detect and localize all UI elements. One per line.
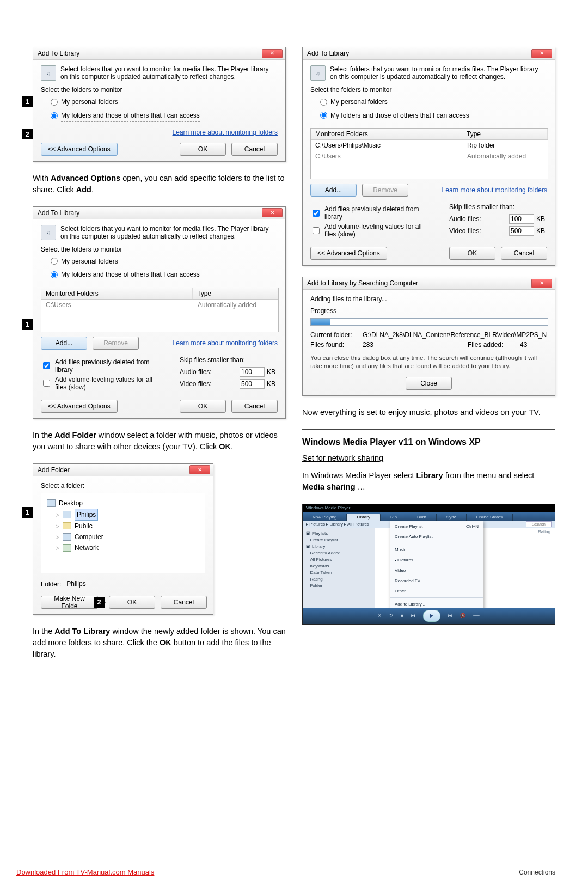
add-button[interactable]: Add...	[310, 184, 357, 197]
remove-button[interactable]: Remove	[362, 184, 408, 197]
monitored-folders-table: Monitored FoldersType C:\UsersAutomatica…	[41, 288, 279, 332]
col-monitored: Monitored Folders	[41, 288, 193, 299]
sidebar-item[interactable]: Folder	[306, 583, 371, 589]
radio-all[interactable]: My folders and those of others that I ca…	[51, 268, 278, 280]
expand-icon[interactable]: ▷	[56, 509, 59, 520]
chk-prev-deleted[interactable]: Add files previously deleted from librar…	[310, 205, 433, 221]
callout-1: 1	[22, 507, 33, 518]
paragraph-1: With Advanced Options open, you can add …	[33, 173, 286, 195]
audio-size-input[interactable]	[509, 214, 534, 224]
advanced-options-button[interactable]: << Advanced Options	[41, 143, 118, 156]
computer-icon	[63, 533, 71, 541]
window-title: Add To Library	[38, 50, 79, 57]
sidebar-item[interactable]: Rating	[306, 576, 371, 583]
close-icon[interactable]: ✕	[531, 49, 552, 58]
sidebar-item[interactable]: ▣ Library	[306, 543, 371, 550]
sidebar-item[interactable]: Recently Added	[306, 550, 371, 557]
col-type: Type	[193, 288, 278, 299]
cancel-button[interactable]: Cancel	[161, 596, 207, 609]
radio-personal[interactable]: My personal folders	[320, 96, 547, 108]
tab-now-playing[interactable]: Now Playing	[303, 514, 347, 521]
dialog-search-library: Add to Library by Searching Computer✕ Ad…	[302, 277, 555, 396]
learn-more-link[interactable]: Learn more about monitoring folders	[442, 186, 547, 194]
make-new-folder-button[interactable]: Make New Folde	[41, 596, 98, 609]
menu-music[interactable]: Music	[390, 545, 483, 555]
progress-bar	[310, 318, 548, 326]
search-input[interactable]: Search	[526, 521, 552, 527]
paragraph-5: In Windows Media Player select Library f…	[302, 470, 555, 493]
cancel-button[interactable]: Cancel	[231, 143, 278, 156]
folder-field[interactable]: Philips	[66, 580, 205, 589]
menu-pictures[interactable]: • Pictures	[390, 555, 483, 565]
menu-other[interactable]: Other	[390, 586, 483, 596]
close-icon[interactable]: ✕	[262, 208, 283, 217]
menu-video[interactable]: Video	[390, 565, 483, 576]
ok-button[interactable]: OK	[449, 247, 495, 260]
advanced-options-button[interactable]: << Advanced Options	[41, 400, 118, 413]
close-button[interactable]: Close	[406, 377, 452, 390]
learn-more-link[interactable]: Learn more about monitoring folders	[173, 339, 278, 347]
sidebar-item[interactable]: Create Playlist	[306, 537, 371, 543]
video-size-input[interactable]	[509, 226, 534, 236]
radio-all[interactable]: My folders and those of others that I ca…	[320, 109, 547, 121]
stop-icon[interactable]: ■	[401, 613, 403, 618]
radio-all[interactable]: My folders and those of others that I ca…	[51, 109, 278, 122]
sidebar-item[interactable]: Date Taken	[306, 570, 371, 576]
callout-1: 1	[22, 96, 33, 107]
folder-tree[interactable]: Desktop ▷Philips ▷Public ▷Computer ▷Netw…	[41, 493, 205, 573]
video-size-input[interactable]	[240, 379, 265, 389]
menu-rectv[interactable]: Recorded TV	[390, 576, 483, 586]
cancel-button[interactable]: Cancel	[501, 247, 547, 260]
cancel-button[interactable]: Cancel	[231, 400, 278, 413]
intro-text: Select folders that you want to monitor …	[60, 65, 278, 81]
ok-button[interactable]: OK	[180, 143, 226, 156]
repeat-icon[interactable]: ↻	[389, 613, 393, 618]
wmp-sidebar: ▣ Playlists Create Playlist ▣ Library Re…	[303, 528, 375, 615]
paragraph-4: Now everything is set to enjoy music, ph…	[302, 407, 555, 418]
audio-size-input[interactable]	[240, 367, 265, 377]
ok-button[interactable]: OK	[109, 596, 155, 609]
expand-icon[interactable]: ▷	[56, 542, 59, 553]
chk-prev-deleted[interactable]: Add files previously deleted from librar…	[41, 358, 163, 374]
tab-sync[interactable]: Sync	[437, 514, 467, 521]
shuffle-icon[interactable]: ⤨	[378, 613, 382, 618]
menu-create-auto[interactable]: Create Auto Playlist	[390, 531, 483, 542]
mute-icon[interactable]: 🔇	[460, 613, 465, 618]
callout-2: 2	[22, 129, 33, 139]
sidebar-item[interactable]: All Pictures	[306, 557, 371, 563]
expand-icon[interactable]: ▷	[56, 531, 59, 542]
tab-rip[interactable]: Rip	[381, 514, 407, 521]
paragraph-2: In the Add Folder window select a folder…	[33, 430, 286, 453]
close-icon[interactable]: ✕	[189, 465, 210, 474]
ok-button[interactable]: OK	[180, 400, 226, 413]
close-icon[interactable]: ✕	[531, 279, 552, 288]
tab-burn[interactable]: Burn	[407, 514, 437, 521]
advanced-options-button[interactable]: << Advanced Options	[310, 247, 387, 260]
breadcrumb[interactable]: ▸ Pictures ▸ Library ▸ All Pictures	[306, 522, 369, 527]
close-icon[interactable]: ✕	[262, 49, 283, 58]
dialog-add-to-library-2: Add To Library✕ ♫Select folders that you…	[33, 206, 286, 419]
next-icon[interactable]: ⏭	[448, 613, 452, 618]
chk-volume-level[interactable]: Add volume-leveling values for all files…	[310, 223, 433, 238]
wmp-title: Windows Media Player	[306, 505, 350, 510]
play-icon[interactable]: ▶	[423, 610, 440, 622]
callout-1: 1	[22, 319, 33, 330]
chk-volume-level[interactable]: Add volume-leveling values for all files…	[41, 376, 163, 391]
expand-icon[interactable]: ▷	[56, 521, 59, 531]
menu-create-playlist[interactable]: Create PlaylistCtrl+N	[390, 521, 483, 531]
radio-personal[interactable]: My personal folders	[51, 255, 278, 267]
wmp-screenshot: Windows Media Player Now Playing Library…	[302, 504, 555, 625]
remove-button[interactable]: Remove	[93, 337, 139, 350]
paragraph-3: In the Add To Library window the newly a…	[33, 626, 286, 660]
tab-library[interactable]: Library	[347, 514, 380, 521]
section-heading: Windows Media Player v11 on Windows XP	[302, 437, 555, 447]
learn-more-link[interactable]: Learn more about monitoring folders	[173, 129, 278, 136]
sidebar-item[interactable]: Keywords	[306, 563, 371, 570]
tab-online[interactable]: Online Stores	[467, 514, 513, 521]
sidebar-item[interactable]: ▣ Playlists	[306, 530, 371, 537]
prev-icon[interactable]: ⏮	[411, 613, 415, 618]
volume-slider[interactable]: ──	[473, 613, 479, 618]
add-button[interactable]: Add...	[41, 337, 87, 350]
radio-personal[interactable]: My personal folders	[51, 96, 278, 108]
library-icon: ♫	[310, 65, 326, 81]
